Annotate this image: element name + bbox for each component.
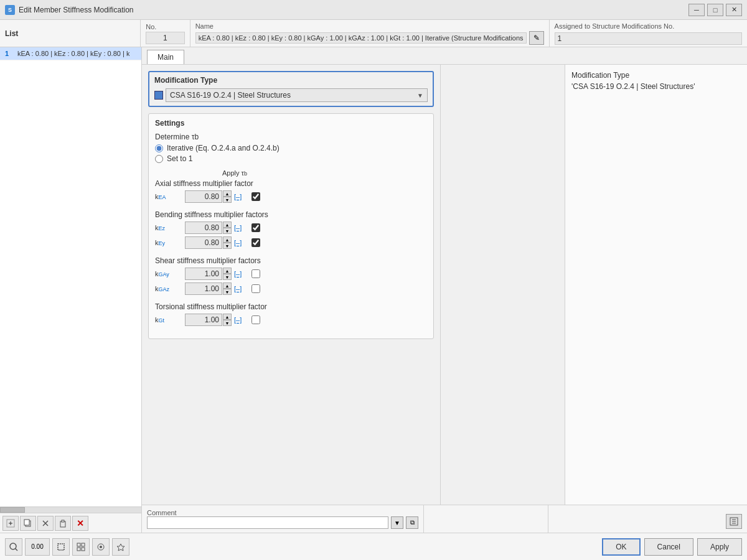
tab-bar: Main <box>142 47 747 65</box>
key-row: kEy ▲ ▼ [–] <box>155 236 427 249</box>
kez-link[interactable]: [–] <box>234 224 242 231</box>
comment-copy-button[interactable]: ⧉ <box>406 516 418 529</box>
kgay-input[interactable] <box>185 268 222 280</box>
kgay-link[interactable]: [–] <box>234 270 242 278</box>
radio-iterative[interactable] <box>155 144 163 152</box>
tool-button-1[interactable] <box>92 538 110 556</box>
cancel-button[interactable]: Cancel <box>644 538 693 556</box>
torsional-title: Torsional stiffness multiplier factor <box>155 302 427 311</box>
kgt-link[interactable]: [–] <box>234 316 242 324</box>
kgt-row: kGt ▲ ▼ [–] <box>155 314 427 326</box>
shear-title: Shear stiffness multiplier factors <box>155 256 427 265</box>
kgt-spinner: ▲ ▼ <box>223 314 232 326</box>
kez-label: kEz <box>155 224 185 231</box>
kgaz-input[interactable] <box>185 282 222 295</box>
close-button[interactable]: ✕ <box>726 4 742 16</box>
info-action-button[interactable] <box>726 514 742 529</box>
kgt-spinner-down[interactable]: ▼ <box>223 320 232 326</box>
radio-setto1-label: Set to 1 <box>167 154 192 163</box>
cut-item-button[interactable] <box>37 516 54 531</box>
bottom-comment-row: Comment ▼ ⧉ <box>142 505 747 533</box>
key-input[interactable] <box>185 236 222 249</box>
mod-type-dropdown-value: CSA S16-19 O.2.4 | Steel Structures <box>170 91 291 100</box>
key-checkbox[interactable] <box>251 238 260 247</box>
middle-panel <box>441 65 565 505</box>
add-item-button[interactable] <box>2 516 19 531</box>
kgt-checkbox[interactable] <box>251 315 260 324</box>
window-controls: ─ □ ✕ <box>688 4 742 16</box>
radio-set-to-1[interactable] <box>155 155 163 163</box>
comment-section: Comment ▼ ⧉ <box>142 505 423 533</box>
delete-item-button[interactable]: ✕ <box>72 516 88 531</box>
kez-spinner: ▲ ▼ <box>223 222 232 234</box>
kgt-input[interactable] <box>185 314 222 326</box>
list-item[interactable]: 1 kEA : 0.80 | kEz : 0.80 | kEy : 0.80 |… <box>0 47 141 60</box>
key-spinner-down[interactable]: ▼ <box>223 243 232 249</box>
comment-input[interactable] <box>147 516 388 529</box>
kgaz-checkbox[interactable] <box>251 284 260 293</box>
mod-type-color-dot <box>154 91 163 100</box>
info-mod-type-label: Modification Type <box>571 71 741 80</box>
search-button[interactable] <box>5 538 22 556</box>
info-panel: Modification Type 'CSA S16-19 O.2.4 | St… <box>565 65 747 505</box>
assigned-label: Assigned to Structure Modifications No. <box>555 22 742 30</box>
info-action-area <box>548 505 747 533</box>
kgaz-label: kGAz <box>155 285 185 292</box>
kgt-spinner-up[interactable]: ▲ <box>223 314 232 320</box>
kgay-label: kGAy <box>155 270 185 278</box>
kea-input[interactable] <box>185 190 222 203</box>
kgay-spinner-down[interactable]: ▼ <box>223 274 232 280</box>
tool-button-2[interactable] <box>112 538 129 556</box>
window-title: Edit Member Stiffness Modification <box>19 6 688 14</box>
kgay-checkbox[interactable] <box>251 269 260 278</box>
tab-main[interactable]: Main <box>147 50 184 64</box>
key-spinner-up[interactable]: ▲ <box>223 236 232 243</box>
kea-link[interactable]: [–] <box>234 193 242 200</box>
paste-item-button[interactable] <box>55 516 71 531</box>
kea-checkbox[interactable] <box>251 192 260 201</box>
torsional-stiffness-group: Torsional stiffness multiplier factor kG… <box>155 302 427 326</box>
kez-input[interactable] <box>185 222 222 234</box>
list-scroll-area[interactable]: 1 kEA : 0.80 | kEz : 0.80 | kEy : 0.80 |… <box>0 47 141 506</box>
ok-button[interactable]: OK <box>602 538 640 556</box>
apply-button[interactable]: Apply <box>697 538 742 556</box>
kgaz-spinner-up[interactable]: ▲ <box>223 282 232 289</box>
svg-rect-19 <box>82 548 85 551</box>
grid-button[interactable] <box>72 538 90 556</box>
determine-label: Determine τb <box>155 133 427 141</box>
kez-checkbox[interactable] <box>251 223 260 232</box>
copy-item-button[interactable] <box>20 516 36 531</box>
kea-row: kEA ▲ ▼ [–] <box>155 190 427 203</box>
svg-rect-17 <box>82 543 85 546</box>
scrollbar-thumb[interactable] <box>0 507 25 513</box>
dialog-body: List No. 1 Name kEA : 0.80 | kEz : 0.80 … <box>0 20 747 560</box>
right-panel: Main Modification Type CSA S16-19 O.2.4 … <box>142 47 747 533</box>
select-button[interactable] <box>52 538 70 556</box>
name-edit-button[interactable]: ✎ <box>529 31 544 45</box>
name-input: kEA : 0.80 | kEz : 0.80 | kEy : 0.80 | k… <box>195 32 527 44</box>
key-link[interactable]: [–] <box>234 239 242 246</box>
coord-button[interactable]: 0.00 <box>25 538 50 556</box>
svg-rect-16 <box>77 543 80 546</box>
no-value: 1 <box>146 32 184 44</box>
mod-type-section-title: Modification Type <box>154 76 428 85</box>
comment-label: Comment <box>147 509 418 516</box>
chevron-down-icon: ▼ <box>417 92 423 99</box>
maximize-button[interactable]: □ <box>707 4 723 16</box>
minimize-button[interactable]: ─ <box>688 4 705 16</box>
kgay-spinner-up[interactable]: ▲ <box>223 268 232 274</box>
kez-spinner-up[interactable]: ▲ <box>223 222 232 228</box>
list-header-label: List <box>0 20 141 47</box>
horizontal-scrollbar[interactable] <box>0 506 141 513</box>
mod-type-dropdown[interactable]: CSA S16-19 O.2.4 | Steel Structures ▼ <box>166 88 428 102</box>
kez-spinner-down[interactable]: ▼ <box>223 228 232 234</box>
svg-rect-15 <box>58 544 64 550</box>
kgt-label: kGt <box>155 316 185 324</box>
list-item-text: kEA : 0.80 | kEz : 0.80 | kEy : 0.80 | k <box>17 50 129 57</box>
comment-dropdown-button[interactable]: ▼ <box>391 516 403 529</box>
kgaz-spinner-down[interactable]: ▼ <box>223 289 232 295</box>
kea-spinner-down[interactable]: ▼ <box>223 197 232 203</box>
info-mod-type-value: 'CSA S16-19 O.2.4 | Steel Structures' <box>571 82 741 91</box>
kgaz-link[interactable]: [–] <box>234 285 242 292</box>
kea-spinner-up[interactable]: ▲ <box>223 190 232 197</box>
